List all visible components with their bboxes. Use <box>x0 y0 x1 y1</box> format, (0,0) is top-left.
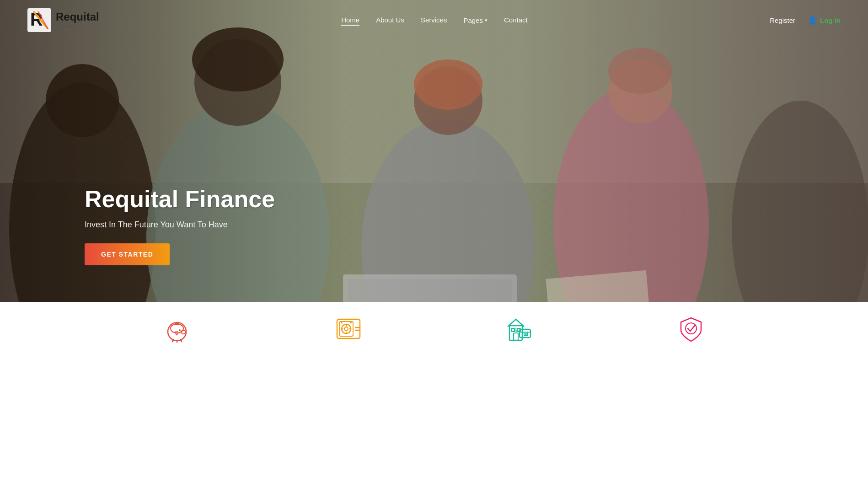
svg-point-30 <box>179 329 181 331</box>
svg-point-54 <box>686 323 697 334</box>
svg-text:$: $ <box>175 330 178 336</box>
nav-item-contact[interactable]: Contact <box>504 16 528 24</box>
shield-check-icon <box>677 316 705 343</box>
nav-item-about[interactable]: About Us <box>376 16 404 24</box>
hero-title: Requital Finance <box>85 185 275 213</box>
nav-link-pages[interactable]: Pages ▾ <box>463 16 488 24</box>
icons-strip: $ <box>0 302 868 357</box>
svg-rect-47 <box>514 333 518 340</box>
icon-safe-vault <box>335 316 362 343</box>
svg-point-52 <box>525 333 527 335</box>
nav-right: Register 👤 Log In <box>770 16 841 25</box>
svg-rect-48 <box>511 328 514 332</box>
user-icon: 👤 <box>808 16 817 25</box>
login-link[interactable]: 👤 Log In <box>808 16 841 25</box>
chevron-down-icon: ▾ <box>485 17 488 23</box>
brand-name: Requital <box>56 11 99 23</box>
nav-item-pages[interactable]: Pages ▾ <box>463 16 488 24</box>
icon-wallet-building: $ <box>506 316 533 343</box>
nav-link-about[interactable]: About Us <box>376 16 404 24</box>
logo-text: Requital Finance <box>56 11 99 30</box>
svg-point-44 <box>350 322 352 323</box>
nav-links: Home About Us Services Pages ▾ Contact <box>341 16 528 24</box>
icon-piggy-bank: $ <box>163 316 191 343</box>
nav-link-services[interactable]: Services <box>421 16 447 24</box>
hero-content: Requital Finance Invest In The Future Yo… <box>85 185 275 265</box>
get-started-button[interactable]: GET STARTED <box>85 243 170 265</box>
navbar: R Requital Finance Home About Us Service… <box>0 0 868 40</box>
nav-link-home[interactable]: Home <box>341 16 359 26</box>
logo-icon: R <box>27 8 51 32</box>
svg-rect-50 <box>520 329 530 338</box>
svg-point-43 <box>341 322 343 323</box>
nav-item-services[interactable]: Services <box>421 16 447 24</box>
svg-point-31 <box>181 330 186 334</box>
nav-item-home[interactable]: Home <box>341 16 359 24</box>
wallet-building-icon: $ <box>506 316 533 343</box>
icon-shield-check <box>677 316 705 343</box>
register-link[interactable]: Register <box>770 16 795 24</box>
hero-section: R Requital Finance Home About Us Service… <box>0 0 868 357</box>
logo-area[interactable]: R Requital Finance <box>27 8 99 32</box>
nav-link-contact[interactable]: Contact <box>504 16 528 24</box>
piggy-bank-icon: $ <box>163 316 191 343</box>
vault-icon <box>335 316 362 343</box>
svg-text:$: $ <box>514 328 517 333</box>
brand-sub: Finance <box>56 23 99 29</box>
hero-subtitle: Invest In The Future You Want To Have <box>85 220 275 230</box>
svg-point-36 <box>344 327 348 331</box>
